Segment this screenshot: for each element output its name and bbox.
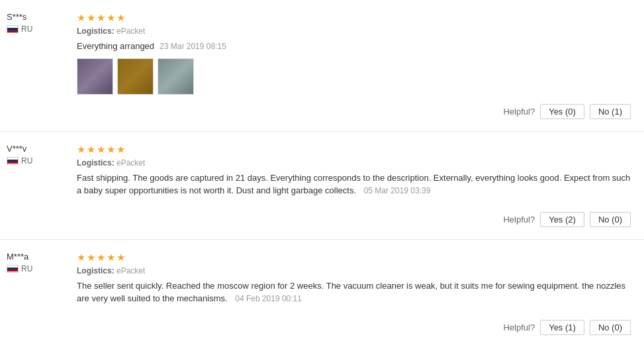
flag-icon xyxy=(7,265,19,273)
helpful-label: Helpful? xyxy=(503,107,535,117)
reviewer-col: S***sRU xyxy=(7,12,66,119)
no-helpful-button[interactable]: No (1) xyxy=(590,104,631,119)
star-rating: ★★★★★ xyxy=(77,144,631,156)
review-image-thumbnail[interactable] xyxy=(77,58,113,95)
review-image-thumbnail[interactable] xyxy=(158,58,194,95)
helpful-label: Helpful? xyxy=(503,322,535,332)
reviewer-name: V***v xyxy=(7,144,66,154)
review-item: V***vRU★★★★★Logistics: ePacketFast shipp… xyxy=(0,132,644,240)
yes-helpful-button[interactable]: Yes (0) xyxy=(540,104,584,119)
review-text: The seller sent quickly. Reached the mos… xyxy=(77,279,631,305)
thumbnail-placeholder xyxy=(118,59,153,94)
flag-icon xyxy=(7,25,19,33)
reviewer-country: RU xyxy=(7,264,66,273)
review-item: M***aRU★★★★★Logistics: ePacketThe seller… xyxy=(0,240,644,346)
review-body: Fast shipping. The goods are captured in… xyxy=(77,172,631,203)
star-icon: ★ xyxy=(107,252,115,264)
logistics-line: Logistics: ePacket xyxy=(77,26,631,36)
reviewer-country: RU xyxy=(7,156,66,166)
review-images xyxy=(77,58,631,95)
review-content-col: ★★★★★Logistics: ePacketEverything arrang… xyxy=(77,12,631,119)
star-icon: ★ xyxy=(87,252,95,264)
review-item: S***sRU★★★★★Logistics: ePacketEverything… xyxy=(0,0,644,132)
review-date: 05 Mar 2019 03:39 xyxy=(364,186,431,195)
star-icon: ★ xyxy=(87,144,95,156)
review-date: 23 Mar 2019 08:15 xyxy=(160,42,226,51)
review-content-col: ★★★★★Logistics: ePacketThe seller sent q… xyxy=(77,252,631,335)
reviewer-col: V***vRU xyxy=(7,144,66,227)
star-icon: ★ xyxy=(77,144,85,156)
no-helpful-button[interactable]: No (0) xyxy=(590,212,631,227)
star-icon: ★ xyxy=(116,144,125,156)
reviewer-name: M***a xyxy=(7,252,66,262)
review-body: Everything arranged23 Mar 2019 08:15 xyxy=(77,40,631,95)
star-icon: ★ xyxy=(116,12,125,24)
review-text: Everything arranged23 Mar 2019 08:15 xyxy=(77,40,631,53)
star-icon: ★ xyxy=(107,144,115,156)
review-content-col: ★★★★★Logistics: ePacketFast shipping. Th… xyxy=(77,144,631,227)
star-icon: ★ xyxy=(97,144,105,156)
star-icon: ★ xyxy=(77,252,85,264)
review-date: 04 Feb 2019 00:11 xyxy=(235,294,302,303)
no-helpful-button[interactable]: No (0) xyxy=(590,320,631,335)
helpful-row: Helpful?Yes (2)No (0) xyxy=(77,212,631,227)
review-body: The seller sent quickly. Reached the mos… xyxy=(77,279,631,311)
star-icon: ★ xyxy=(97,12,105,24)
yes-helpful-button[interactable]: Yes (2) xyxy=(540,212,584,227)
review-image-thumbnail[interactable] xyxy=(117,58,154,95)
star-icon: ★ xyxy=(116,252,125,264)
thumbnail-placeholder xyxy=(158,59,193,94)
review-list: S***sRU★★★★★Logistics: ePacketEverything… xyxy=(0,0,644,345)
yes-helpful-button[interactable]: Yes (1) xyxy=(540,320,584,335)
country-code: RU xyxy=(21,25,32,34)
country-code: RU xyxy=(21,156,32,166)
star-icon: ★ xyxy=(97,252,105,264)
flag-icon xyxy=(7,157,19,165)
helpful-label: Helpful? xyxy=(503,215,535,224)
star-icon: ★ xyxy=(77,12,85,24)
review-text: Fast shipping. The goods are captured in… xyxy=(77,172,631,197)
star-rating: ★★★★★ xyxy=(77,252,631,264)
star-rating: ★★★★★ xyxy=(77,12,631,24)
thumbnail-placeholder xyxy=(77,59,113,94)
logistics-line: Logistics: ePacket xyxy=(77,266,631,275)
reviewer-name: S***s xyxy=(7,12,66,22)
star-icon: ★ xyxy=(87,12,95,24)
logistics-line: Logistics: ePacket xyxy=(77,158,631,168)
helpful-row: Helpful?Yes (1)No (0) xyxy=(77,320,631,335)
country-code: RU xyxy=(21,264,32,273)
reviewer-col: M***aRU xyxy=(7,252,66,335)
star-icon: ★ xyxy=(107,12,115,24)
helpful-row: Helpful?Yes (0)No (1) xyxy=(77,104,631,119)
reviewer-country: RU xyxy=(7,25,66,34)
